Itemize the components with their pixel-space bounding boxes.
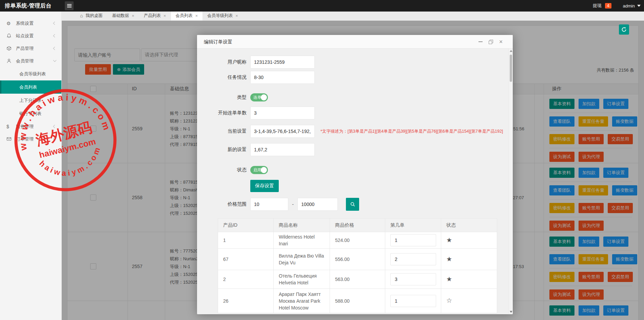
status-toggle[interactable]: 启用 <box>250 166 268 174</box>
username: admin <box>623 3 635 8</box>
new-settings-input[interactable] <box>250 143 315 156</box>
product-name: Арарат Парк Хаятт Москва Ararat Park Hot… <box>274 289 330 313</box>
scrollbar-thumb[interactable] <box>510 55 512 82</box>
product-id: 1 <box>218 232 274 249</box>
tab-member-level-list[interactable]: 会员等级列表× <box>202 11 243 20</box>
product-id: 2 <box>218 270 274 289</box>
type-toggle[interactable]: 连单 <box>250 93 268 101</box>
chevron-left-icon <box>53 125 57 128</box>
status-field-row: 状态 启用 <box>202 164 268 176</box>
sidebar-item-points-records[interactable]: 上下分记录 <box>0 94 61 107</box>
tab-product-list[interactable]: 产品列表× <box>139 11 171 20</box>
refresh-icon <box>621 27 627 32</box>
new-settings-field-row: 新的设置 <box>202 143 315 156</box>
home-icon: ⌂ <box>80 11 83 20</box>
sidebar-item-order-management[interactable]: 订单管理 <box>0 133 61 145</box>
refresh-button[interactable] <box>619 24 629 35</box>
top-bar: 排单系统-管理后台 提现 4 admin <box>0 0 644 12</box>
table-row: 26 Арарат Парк Хаятт Москва Ararat Park … <box>218 289 497 313</box>
close-icon[interactable]: × <box>195 14 198 18</box>
user-menu[interactable]: admin <box>623 3 641 8</box>
product-order-table: 产品ID 商品名称 商品价格 第几单 状态 1 Wilderness Hotel… <box>218 218 497 313</box>
modal-title: 编辑订单设置 <box>204 35 232 49</box>
chevron-left-icon <box>53 22 57 25</box>
order-number-input[interactable] <box>390 253 436 265</box>
nickname-input[interactable] <box>250 56 315 69</box>
minimize-button[interactable] <box>478 39 483 44</box>
close-icon[interactable]: × <box>499 39 503 44</box>
close-icon[interactable]: × <box>132 14 134 18</box>
chevron-down-icon <box>637 5 641 7</box>
price-range-field-row: 价格范围 - <box>202 198 359 211</box>
table-row: 67 Вилла Дежа Вю Villa Deja Vu 556.00 ★ <box>218 249 497 270</box>
sidebar-item-bank-card-list[interactable]: 银行卡列表 <box>0 107 61 120</box>
order-number-input[interactable] <box>390 295 436 307</box>
gear-icon: ⚙ <box>6 21 16 26</box>
table-row: 2 Отель Гельвеция Helvetia Hotel 563.00 … <box>218 270 497 289</box>
withdraw-count-badge[interactable]: 4 <box>605 3 611 8</box>
product-name: Wilderness Hotel Inari <box>274 232 330 249</box>
price-max-input[interactable] <box>297 198 338 211</box>
chevron-left-icon <box>53 34 57 38</box>
table-row: 1 Wilderness Hotel Inari 524.00 ★ <box>218 232 497 249</box>
sidebar-item-site-settings[interactable]: 站点设置 <box>0 30 61 42</box>
tab-my-desktop[interactable]: ⌂ 我的桌面 <box>75 11 107 20</box>
current-settings-field-row: 当前设置 <box>202 125 315 138</box>
sidebar-item-product-management[interactable]: 产品管理 <box>0 42 61 55</box>
order-number-input[interactable] <box>390 273 436 285</box>
app-screen: 排单系统-管理后台 提现 4 admin ⚙ 系统设置 站点设置 <box>0 0 644 320</box>
modal-header: 编辑订单设置 × <box>197 35 513 49</box>
product-price: 563.00 <box>330 270 385 289</box>
product-price: 524.00 <box>330 232 385 249</box>
product-name: Вилла Дежа Вю Villa Deja Vu <box>274 249 330 270</box>
topbar-right: 提现 4 admin <box>593 0 641 12</box>
star-icon[interactable]: ☆ <box>446 297 452 304</box>
order-number-input[interactable] <box>390 234 436 246</box>
edit-order-settings-modal: 编辑订单设置 × 用户昵称 任务情况 类型 连单 开始连单单数 <box>197 35 513 314</box>
dollar-icon: $ <box>6 124 16 129</box>
product-name: Отель Гельвеция Helvetia Hotel <box>274 270 330 289</box>
save-settings-button[interactable]: 保存设置 <box>250 180 279 192</box>
chevron-down-icon <box>53 59 57 62</box>
task-input[interactable] <box>250 71 315 84</box>
scroll-up-arrow-icon[interactable] <box>510 50 512 52</box>
type-field-row: 类型 连单 <box>202 91 268 104</box>
app-title: 排单系统-管理后台 <box>5 0 52 12</box>
toggle-knob <box>261 94 267 100</box>
task-field-row: 任务情况 <box>202 71 315 84</box>
sidebar: ⚙ 系统设置 站点设置 产品管理 会员管理 会员等级列表 会员列表 <box>0 12 62 320</box>
price-min-input[interactable] <box>250 198 288 211</box>
tab-basic-data[interactable]: 基础数据× <box>107 11 139 20</box>
cube-icon <box>6 46 16 51</box>
search-icon <box>350 202 355 207</box>
close-icon[interactable]: × <box>163 14 166 18</box>
sidebar-item-member-level-list[interactable]: 会员等级列表 <box>0 67 61 80</box>
chevron-left-icon <box>53 137 57 141</box>
maximize-button[interactable] <box>488 39 493 44</box>
sidebar-item-member-list[interactable]: 会员列表 <box>0 80 61 94</box>
star-icon[interactable]: ★ <box>446 276 452 283</box>
close-icon[interactable]: × <box>235 14 238 18</box>
price-search-button[interactable] <box>346 198 359 211</box>
chevron-left-icon <box>53 47 57 50</box>
modal-scrollbar[interactable] <box>509 49 513 314</box>
mail-icon <box>6 136 16 142</box>
hamburger-menu-button[interactable] <box>65 1 74 10</box>
scroll-down-arrow-icon[interactable] <box>510 311 512 313</box>
toggle-knob <box>261 167 267 173</box>
start-count-input[interactable] <box>250 107 315 119</box>
start-count-field-row: 开始连单单数 <box>202 107 315 119</box>
withdraw-link[interactable]: 提现 <box>593 3 602 9</box>
product-id: 26 <box>218 289 274 313</box>
product-price: 588.00 <box>330 289 385 313</box>
tab-member-list[interactable]: 会员列表× <box>171 11 203 20</box>
star-icon[interactable]: ★ <box>446 256 452 263</box>
nickname-field-row: 用户昵称 <box>202 56 315 69</box>
product-price: 556.00 <box>330 249 385 270</box>
star-icon[interactable]: ★ <box>446 237 452 244</box>
current-settings-input[interactable] <box>250 125 315 138</box>
sidebar-item-member-management[interactable]: 会员管理 <box>0 55 61 67</box>
product-id: 67 <box>218 249 274 270</box>
sidebar-item-system-settings[interactable]: ⚙ 系统设置 <box>0 17 61 30</box>
sidebar-item-finance-management[interactable]: $ 财务管理 <box>0 120 61 133</box>
